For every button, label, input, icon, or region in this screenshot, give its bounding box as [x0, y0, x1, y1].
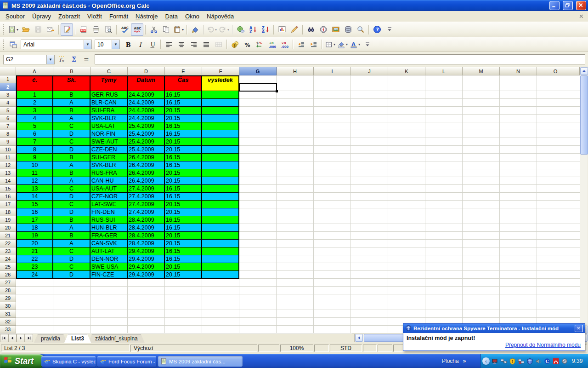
last-sheet-button[interactable]: [25, 334, 33, 342]
avira-icon[interactable]: [552, 357, 560, 365]
cell-E26[interactable]: 20.15: [165, 271, 202, 279]
desktop-toolbar[interactable]: Plocha »: [442, 354, 466, 368]
cell-D21[interactable]: 28.4.2009: [128, 232, 165, 240]
cell-B16[interactable]: D: [53, 193, 90, 201]
align-left-button[interactable]: [163, 38, 175, 51]
dropdown-arrow-icon[interactable]: ▾: [227, 28, 229, 32]
cell-D7[interactable]: 25.4.2009: [128, 122, 165, 130]
edit-file-button[interactable]: [61, 23, 73, 36]
cell-C5[interactable]: SUI-FRA: [90, 107, 128, 115]
sort-ascending-button[interactable]: AZ: [247, 23, 259, 36]
row-header-31[interactable]: 31: [0, 310, 16, 318]
row-header-18[interactable]: 18: [0, 208, 16, 216]
cell-C26[interactable]: FIN-CZE: [90, 271, 128, 279]
open-folder-button[interactable]: [19, 23, 32, 36]
cell-F18[interactable]: [202, 208, 239, 216]
gallery-button[interactable]: [329, 23, 342, 36]
borders-button[interactable]: ▾: [324, 38, 336, 51]
row-header-22[interactable]: 22: [0, 240, 16, 247]
row-header-13[interactable]: 13: [0, 169, 16, 177]
scrollbar-splitter[interactable]: [352, 334, 355, 342]
cell-F5[interactable]: [202, 107, 239, 115]
row-header-21[interactable]: 21: [0, 232, 16, 240]
equals-button[interactable]: =: [80, 54, 92, 65]
cell-E14[interactable]: 20.15: [165, 177, 202, 185]
column-header-G[interactable]: G: [239, 67, 277, 75]
italic-button[interactable]: I: [134, 38, 146, 51]
row-header-11[interactable]: 11: [0, 154, 16, 161]
cell-C21[interactable]: FRA-GER: [90, 232, 128, 240]
cell-F15[interactable]: [202, 185, 239, 193]
cell-B6[interactable]: A: [53, 115, 90, 122]
row-header-15[interactable]: 15: [0, 185, 16, 193]
cell-C7[interactable]: USA-LAT: [90, 122, 128, 130]
font-size-combobox[interactable]: 10 ▼: [95, 40, 120, 49]
cell-C17[interactable]: LAT-SWE: [90, 201, 128, 208]
cell-A26[interactable]: 24: [16, 271, 53, 279]
cell-C19[interactable]: RUS-SUI: [90, 216, 128, 224]
cell-D16[interactable]: 27.4.2009: [128, 193, 165, 201]
menu-item-formát[interactable]: Formát: [106, 12, 132, 21]
cell-E16[interactable]: 16.15: [165, 193, 202, 201]
cell-C25[interactable]: SWE-USA: [90, 263, 128, 271]
dropdown-arrow-icon[interactable]: ▾: [215, 28, 217, 32]
data-sources-button[interactable]: [342, 23, 354, 36]
comodo-icon[interactable]: C: [543, 357, 551, 365]
cell-D24[interactable]: 29.4.2009: [128, 255, 165, 263]
cell-B5[interactable]: B: [53, 107, 90, 115]
cell-B14[interactable]: A: [53, 177, 90, 185]
cell-E13[interactable]: 20.15: [165, 169, 202, 177]
styles-window-button[interactable]: [7, 38, 19, 51]
cell-D23[interactable]: 29.4.2009: [128, 247, 165, 255]
column-header-M[interactable]: M: [463, 67, 500, 75]
document-close-button[interactable]: [578, 13, 585, 20]
cell-D5[interactable]: 24.4.2009: [128, 107, 165, 115]
row-header-24[interactable]: 24: [0, 255, 16, 263]
align-center-button[interactable]: [175, 38, 187, 51]
row-header-25[interactable]: 25: [0, 263, 16, 271]
cell-D14[interactable]: 26.4.2009: [128, 177, 165, 185]
row-header-20[interactable]: 20: [0, 224, 16, 232]
copy-button[interactable]: [160, 23, 172, 36]
bold-button[interactable]: B: [121, 38, 134, 51]
cell-C12[interactable]: SVK-BLR: [90, 161, 128, 169]
percent-button[interactable]: %: [241, 38, 254, 51]
menu-item-soubor[interactable]: Soubor: [2, 12, 28, 21]
cell-F24[interactable]: [202, 255, 239, 263]
cell-C23[interactable]: AUT-LAT: [90, 247, 128, 255]
cell-B13[interactable]: B: [53, 169, 90, 177]
page-style-status[interactable]: Výchozí: [130, 345, 257, 352]
cell-B8[interactable]: D: [53, 130, 90, 138]
row-header-4[interactable]: 4: [0, 99, 16, 107]
first-sheet-button[interactable]: [0, 334, 8, 342]
row-header-23[interactable]: 23: [0, 247, 16, 255]
cell-E12[interactable]: 16.15: [165, 161, 202, 169]
row-header-33[interactable]: 33: [0, 326, 16, 334]
cell-F9[interactable]: [202, 138, 239, 146]
cell-A2[interactable]: [16, 83, 53, 91]
cell-F1[interactable]: výsledek: [202, 75, 239, 83]
cell-F20[interactable]: [202, 224, 239, 232]
cell-E6[interactable]: 20.15: [165, 115, 202, 122]
column-header-A[interactable]: A: [16, 67, 53, 75]
cell-A3[interactable]: 1: [16, 91, 53, 99]
cell-C10[interactable]: CZE-DEN: [90, 146, 128, 154]
format-paintbrush-button[interactable]: [189, 23, 201, 36]
cell-D22[interactable]: 28.4.2009: [128, 240, 165, 247]
toolbar-options-button[interactable]: [383, 23, 396, 36]
row-header-9[interactable]: 9: [0, 138, 16, 146]
cell-E24[interactable]: 16.15: [165, 255, 202, 263]
cell-F14[interactable]: [202, 177, 239, 185]
cell-B23[interactable]: C: [53, 247, 90, 255]
cell-F17[interactable]: [202, 201, 239, 208]
cell-A16[interactable]: 14: [16, 193, 53, 201]
cell-F11[interactable]: [202, 154, 239, 161]
cell-D6[interactable]: 24.4.2009: [128, 115, 165, 122]
cell-E11[interactable]: 16.15: [165, 154, 202, 161]
cell-A5[interactable]: 3: [16, 107, 53, 115]
row-header-32[interactable]: 32: [0, 318, 16, 326]
cell-F22[interactable]: [202, 240, 239, 247]
column-header-E[interactable]: E: [165, 67, 202, 75]
toolbar-drag-handle[interactable]: [3, 24, 4, 34]
help-button[interactable]: ?: [371, 23, 383, 36]
